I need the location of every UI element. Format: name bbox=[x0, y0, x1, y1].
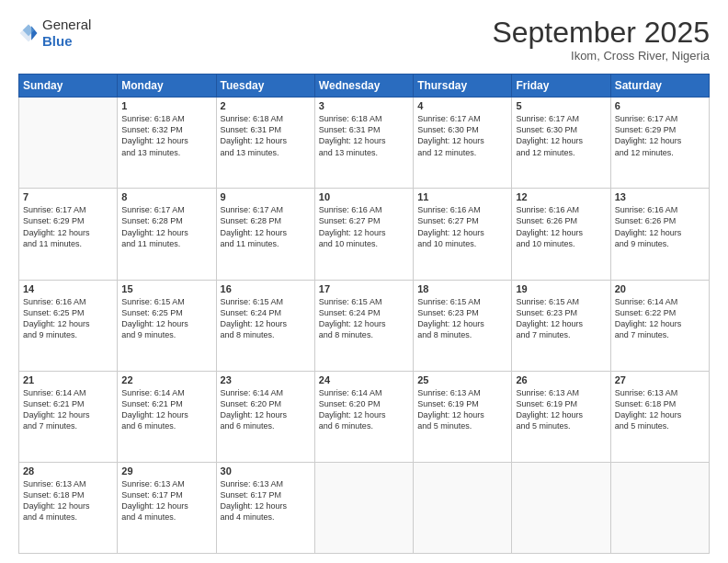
day-info: Sunrise: 6:15 AM Sunset: 6:24 PM Dayligh… bbox=[221, 296, 311, 341]
day-info: Sunrise: 6:17 AM Sunset: 6:28 PM Dayligh… bbox=[221, 204, 311, 249]
table-row: 25Sunrise: 6:13 AM Sunset: 6:19 PM Dayli… bbox=[414, 371, 512, 462]
table-row bbox=[314, 462, 413, 553]
table-row: 17Sunrise: 6:15 AM Sunset: 6:24 PM Dayli… bbox=[314, 280, 413, 371]
table-row: 18Sunrise: 6:15 AM Sunset: 6:23 PM Dayli… bbox=[414, 280, 512, 371]
day-info: Sunrise: 6:16 AM Sunset: 6:26 PM Dayligh… bbox=[516, 204, 606, 249]
col-tuesday: Tuesday bbox=[216, 75, 314, 98]
day-number: 26 bbox=[516, 374, 606, 385]
day-number: 24 bbox=[319, 374, 409, 385]
day-number: 16 bbox=[221, 283, 311, 294]
svg-marker-1 bbox=[31, 26, 37, 40]
table-row: 2Sunrise: 6:18 AM Sunset: 6:31 PM Daylig… bbox=[216, 98, 314, 189]
col-sunday: Sunday bbox=[19, 75, 118, 98]
table-row: 27Sunrise: 6:13 AM Sunset: 6:18 PM Dayli… bbox=[610, 371, 709, 462]
day-number: 10 bbox=[319, 191, 409, 202]
day-info: Sunrise: 6:17 AM Sunset: 6:29 PM Dayligh… bbox=[23, 204, 113, 249]
day-number: 27 bbox=[615, 374, 705, 385]
day-info: Sunrise: 6:16 AM Sunset: 6:25 PM Dayligh… bbox=[23, 296, 113, 341]
day-info: Sunrise: 6:15 AM Sunset: 6:25 PM Dayligh… bbox=[121, 296, 211, 341]
table-row: 23Sunrise: 6:14 AM Sunset: 6:20 PM Dayli… bbox=[216, 371, 314, 462]
day-info: Sunrise: 6:13 AM Sunset: 6:18 PM Dayligh… bbox=[23, 478, 113, 523]
table-row: 21Sunrise: 6:14 AM Sunset: 6:21 PM Dayli… bbox=[19, 371, 118, 462]
day-info: Sunrise: 6:13 AM Sunset: 6:17 PM Dayligh… bbox=[221, 478, 311, 523]
day-number: 17 bbox=[319, 283, 409, 294]
logo-text: General Blue bbox=[42, 17, 91, 50]
day-number: 3 bbox=[319, 100, 409, 111]
table-row: 16Sunrise: 6:15 AM Sunset: 6:24 PM Dayli… bbox=[216, 280, 314, 371]
day-info: Sunrise: 6:13 AM Sunset: 6:17 PM Dayligh… bbox=[121, 478, 211, 523]
month-title: September 2025 bbox=[492, 17, 710, 49]
day-number: 9 bbox=[221, 191, 311, 202]
table-row: 13Sunrise: 6:16 AM Sunset: 6:26 PM Dayli… bbox=[610, 189, 709, 280]
table-row: 22Sunrise: 6:14 AM Sunset: 6:21 PM Dayli… bbox=[118, 371, 216, 462]
day-number: 1 bbox=[121, 100, 211, 111]
day-info: Sunrise: 6:15 AM Sunset: 6:23 PM Dayligh… bbox=[516, 296, 606, 341]
col-saturday: Saturday bbox=[610, 75, 709, 98]
day-info: Sunrise: 6:13 AM Sunset: 6:19 PM Dayligh… bbox=[516, 387, 606, 432]
day-number: 7 bbox=[23, 191, 113, 202]
table-row: 20Sunrise: 6:14 AM Sunset: 6:22 PM Dayli… bbox=[610, 280, 709, 371]
day-info: Sunrise: 6:13 AM Sunset: 6:18 PM Dayligh… bbox=[615, 387, 705, 432]
day-info: Sunrise: 6:16 AM Sunset: 6:27 PM Dayligh… bbox=[417, 204, 507, 249]
day-info: Sunrise: 6:14 AM Sunset: 6:20 PM Dayligh… bbox=[319, 387, 409, 432]
calendar-week-row: 1Sunrise: 6:18 AM Sunset: 6:32 PM Daylig… bbox=[19, 98, 710, 189]
table-row: 8Sunrise: 6:17 AM Sunset: 6:28 PM Daylig… bbox=[118, 189, 216, 280]
day-info: Sunrise: 6:17 AM Sunset: 6:30 PM Dayligh… bbox=[516, 113, 606, 158]
day-info: Sunrise: 6:16 AM Sunset: 6:26 PM Dayligh… bbox=[615, 204, 705, 249]
location: Ikom, Cross River, Nigeria bbox=[492, 49, 710, 63]
day-number: 21 bbox=[23, 374, 113, 385]
day-info: Sunrise: 6:17 AM Sunset: 6:29 PM Dayligh… bbox=[615, 113, 705, 158]
logo: General Blue bbox=[18, 17, 91, 50]
day-number: 4 bbox=[417, 100, 507, 111]
table-row bbox=[414, 462, 512, 553]
day-info: Sunrise: 6:14 AM Sunset: 6:21 PM Dayligh… bbox=[121, 387, 211, 432]
table-row: 24Sunrise: 6:14 AM Sunset: 6:20 PM Dayli… bbox=[314, 371, 413, 462]
table-row: 10Sunrise: 6:16 AM Sunset: 6:27 PM Dayli… bbox=[314, 189, 413, 280]
day-info: Sunrise: 6:17 AM Sunset: 6:30 PM Dayligh… bbox=[417, 113, 507, 158]
day-number: 28 bbox=[23, 465, 113, 477]
header: General Blue September 2025 Ikom, Cross … bbox=[18, 17, 710, 63]
table-row: 11Sunrise: 6:16 AM Sunset: 6:27 PM Dayli… bbox=[414, 189, 512, 280]
day-info: Sunrise: 6:14 AM Sunset: 6:21 PM Dayligh… bbox=[23, 387, 113, 432]
logo-blue: Blue bbox=[42, 33, 73, 49]
table-row: 5Sunrise: 6:17 AM Sunset: 6:30 PM Daylig… bbox=[512, 98, 610, 189]
day-number: 8 bbox=[121, 191, 211, 202]
day-info: Sunrise: 6:16 AM Sunset: 6:27 PM Dayligh… bbox=[319, 204, 409, 249]
day-info: Sunrise: 6:13 AM Sunset: 6:19 PM Dayligh… bbox=[417, 387, 507, 432]
day-info: Sunrise: 6:18 AM Sunset: 6:32 PM Dayligh… bbox=[121, 113, 211, 158]
table-row: 6Sunrise: 6:17 AM Sunset: 6:29 PM Daylig… bbox=[610, 98, 709, 189]
title-block: September 2025 Ikom, Cross River, Nigeri… bbox=[492, 17, 710, 63]
day-info: Sunrise: 6:18 AM Sunset: 6:31 PM Dayligh… bbox=[221, 113, 311, 158]
table-row: 9Sunrise: 6:17 AM Sunset: 6:28 PM Daylig… bbox=[216, 189, 314, 280]
table-row: 7Sunrise: 6:17 AM Sunset: 6:29 PM Daylig… bbox=[19, 189, 118, 280]
table-row: 4Sunrise: 6:17 AM Sunset: 6:30 PM Daylig… bbox=[414, 98, 512, 189]
day-number: 2 bbox=[221, 100, 311, 111]
day-number: 12 bbox=[516, 191, 606, 202]
table-row: 15Sunrise: 6:15 AM Sunset: 6:25 PM Dayli… bbox=[118, 280, 216, 371]
table-row: 12Sunrise: 6:16 AM Sunset: 6:26 PM Dayli… bbox=[512, 189, 610, 280]
table-row: 26Sunrise: 6:13 AM Sunset: 6:19 PM Dayli… bbox=[512, 371, 610, 462]
table-row: 29Sunrise: 6:13 AM Sunset: 6:17 PM Dayli… bbox=[118, 462, 216, 553]
table-row bbox=[19, 98, 118, 189]
day-number: 23 bbox=[221, 374, 311, 385]
day-info: Sunrise: 6:17 AM Sunset: 6:28 PM Dayligh… bbox=[121, 204, 211, 249]
table-row bbox=[512, 462, 610, 553]
calendar-header-row: Sunday Monday Tuesday Wednesday Thursday… bbox=[19, 75, 710, 98]
col-wednesday: Wednesday bbox=[314, 75, 413, 98]
day-info: Sunrise: 6:14 AM Sunset: 6:22 PM Dayligh… bbox=[615, 296, 705, 341]
col-friday: Friday bbox=[512, 75, 610, 98]
day-number: 20 bbox=[615, 283, 705, 294]
day-number: 18 bbox=[417, 283, 507, 294]
day-number: 22 bbox=[121, 374, 211, 385]
table-row: 1Sunrise: 6:18 AM Sunset: 6:32 PM Daylig… bbox=[118, 98, 216, 189]
col-monday: Monday bbox=[118, 75, 216, 98]
day-info: Sunrise: 6:18 AM Sunset: 6:31 PM Dayligh… bbox=[319, 113, 409, 158]
day-number: 13 bbox=[615, 191, 705, 202]
table-row: 30Sunrise: 6:13 AM Sunset: 6:17 PM Dayli… bbox=[216, 462, 314, 553]
day-number: 29 bbox=[121, 465, 211, 477]
day-number: 15 bbox=[121, 283, 211, 294]
page: General Blue September 2025 Ikom, Cross … bbox=[0, 0, 728, 563]
calendar-table: Sunday Monday Tuesday Wednesday Thursday… bbox=[18, 74, 710, 554]
day-number: 11 bbox=[417, 191, 507, 202]
logo-general: General bbox=[42, 17, 91, 32]
